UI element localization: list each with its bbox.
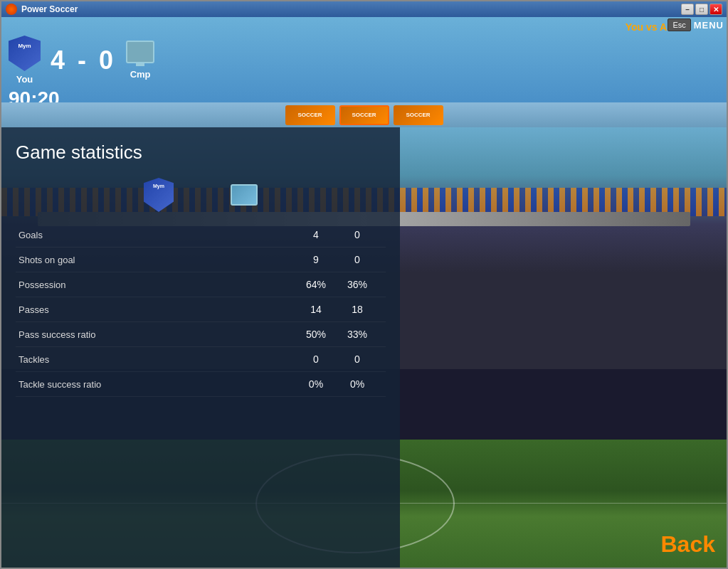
- score-row: Mym You 4 - 0 Cmp: [1, 30, 727, 85]
- stat-you-2: 64%: [192, 272, 329, 297]
- stats-row-0: Goals 4 0: [16, 223, 386, 248]
- ad-item-2: SOCCER: [339, 105, 389, 125]
- stats-team-you-badge: Mym: [144, 178, 174, 212]
- window-controls: – □ ✕: [681, 4, 722, 15]
- stat-label-3: Passes: [16, 297, 192, 322]
- stats-row-4: Pass success ratio 50% 33%: [16, 322, 386, 347]
- stats-row-6: Tackle success ratio 0% 0%: [16, 372, 386, 397]
- menu-button[interactable]: MENU: [694, 20, 724, 31]
- ad-item-1: SOCCER: [285, 105, 335, 125]
- stat-label-4: Pass success ratio: [16, 322, 192, 347]
- stat-you-1: 9: [192, 248, 329, 272]
- esc-button[interactable]: Esc: [668, 18, 690, 31]
- stat-label-2: Possession: [16, 272, 192, 297]
- score-separator: -: [78, 46, 89, 75]
- stat-you-0: 4: [192, 223, 329, 248]
- game-header: You vs AI Esc MENU Mym You 4 - 0 Cmp: [1, 17, 727, 102]
- stats-row-2: Possession 64% 36%: [16, 272, 386, 297]
- stat-label-0: Goals: [16, 223, 192, 248]
- stats-overlay: Game statistics Mym Goals 4 0 Shots on g…: [1, 127, 400, 568]
- stat-you-3: 14: [192, 297, 329, 322]
- cmp-monitor-icon: [126, 41, 154, 63]
- score-cmp: 0: [99, 46, 116, 75]
- main-window: Power Soccer – □ ✕ You vs AI Esc MENU My…: [0, 0, 728, 569]
- stat-cmp-1: 0: [329, 248, 386, 272]
- score-display: 4 - 0: [51, 46, 116, 75]
- team-you: Mym You: [9, 36, 41, 85]
- team-icons-row: Mym: [16, 178, 386, 212]
- stat-cmp-2: 36%: [329, 272, 386, 297]
- maximize-button[interactable]: □: [695, 4, 708, 15]
- stat-label-6: Tackle success ratio: [16, 372, 192, 397]
- stats-mym-text: Mym: [153, 184, 164, 188]
- stat-cmp-5: 0: [329, 347, 386, 372]
- stats-row-3: Passes 14 18: [16, 297, 386, 322]
- you-badge-text: Mym: [18, 43, 31, 49]
- window-title: Power Soccer: [21, 4, 681, 14]
- team-cmp: Cmp: [126, 41, 154, 80]
- title-bar: Power Soccer – □ ✕: [1, 1, 727, 17]
- score-you: 4: [51, 46, 68, 75]
- back-button[interactable]: Back: [661, 531, 716, 558]
- ad-banner: SOCCER SOCCER SOCCER: [1, 102, 727, 127]
- stats-table: Goals 4 0 Shots on goal 9 0 Possession 6…: [16, 223, 386, 397]
- stats-title: Game statistics: [16, 142, 386, 164]
- stat-you-6: 0%: [192, 372, 329, 397]
- stat-cmp-0: 0: [329, 223, 386, 248]
- minimize-button[interactable]: –: [681, 4, 694, 15]
- team-you-badge: Mym: [9, 36, 41, 71]
- esc-menu-row: Esc MENU: [668, 18, 724, 31]
- stat-you-5: 0: [192, 347, 329, 372]
- stats-row-1: Shots on goal 9 0: [16, 248, 386, 272]
- app-icon: [6, 4, 17, 15]
- game-area: Game statistics Mym Goals 4 0 Shots on g…: [1, 127, 727, 568]
- vs-label: You vs AI: [626, 21, 670, 33]
- you-label: You: [16, 74, 33, 85]
- stat-you-4: 50%: [192, 322, 329, 347]
- cmp-label: Cmp: [130, 69, 151, 80]
- stat-cmp-3: 18: [329, 297, 386, 322]
- stat-label-5: Tackles: [16, 347, 192, 372]
- ad-item-3: SOCCER: [394, 105, 443, 125]
- stat-label-1: Shots on goal: [16, 248, 192, 272]
- stats-team-cmp-icon: [231, 184, 258, 206]
- close-button[interactable]: ✕: [709, 4, 722, 15]
- stat-cmp-4: 33%: [329, 322, 386, 347]
- stats-row-5: Tackles 0 0: [16, 347, 386, 372]
- stat-cmp-6: 0%: [329, 372, 386, 397]
